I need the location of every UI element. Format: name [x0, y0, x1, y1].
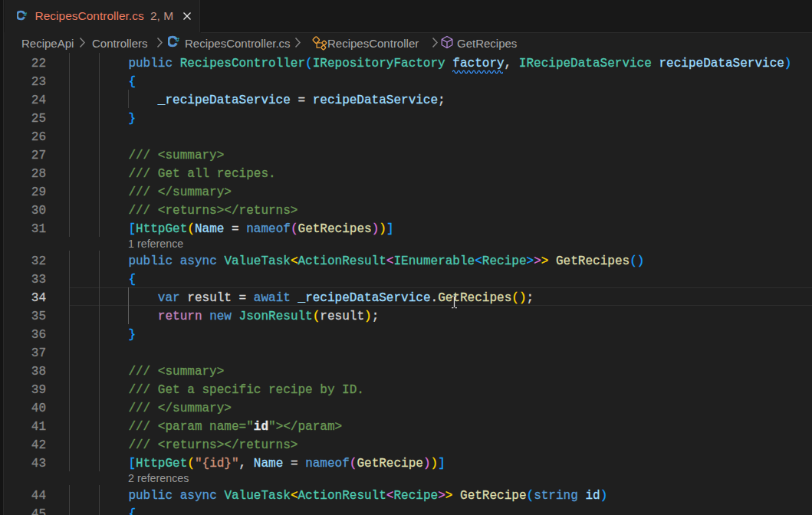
svg-text:#: #	[176, 36, 179, 44]
svg-text:#: #	[24, 11, 28, 18]
